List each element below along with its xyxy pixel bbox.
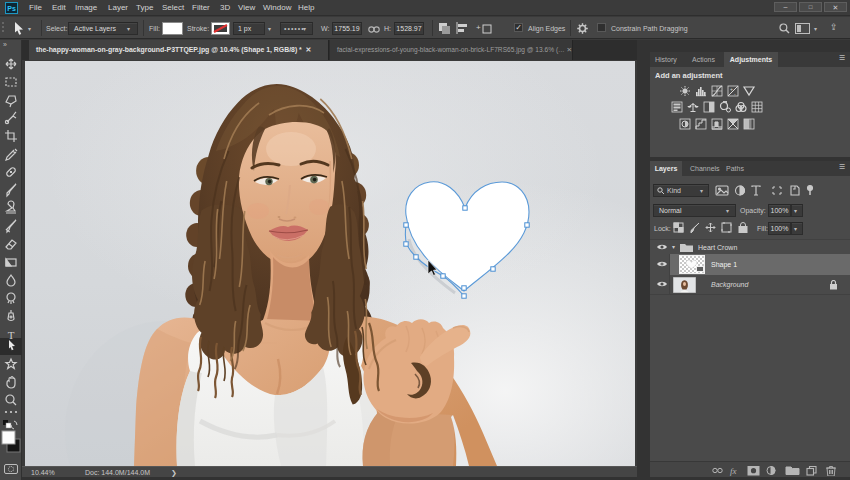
svg-text:-: - [734, 91, 736, 97]
svg-text:+: + [476, 23, 481, 32]
svg-text:+: + [730, 86, 733, 92]
svg-text:T: T [8, 329, 15, 341]
svg-text:fx: fx [730, 466, 737, 476]
